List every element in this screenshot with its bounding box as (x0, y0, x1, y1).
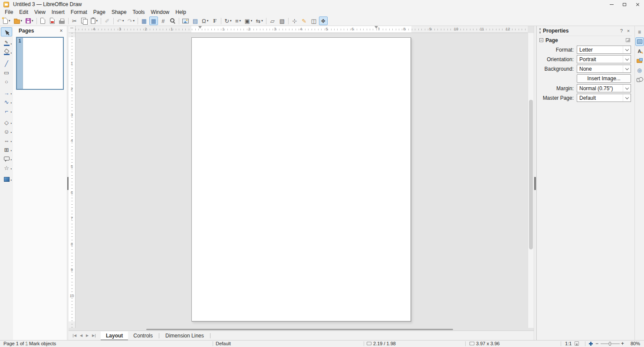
v-ruler[interactable]: 12345678910 (69, 33, 76, 328)
save-button[interactable]: ▾ (24, 16, 35, 25)
zoom-in-button[interactable]: + (621, 340, 624, 347)
open-button[interactable]: ▾ (13, 16, 24, 25)
undo-dropdown-arrow[interactable]: ▾ (122, 19, 124, 23)
page-style[interactable]: Default (216, 340, 231, 347)
align-dropdown-arrow[interactable]: ▾ (240, 19, 241, 23)
properties-close-button[interactable]: × (625, 28, 632, 33)
block-arrows-dropdown-arrow[interactable]: ▾ (10, 140, 12, 143)
ellipse-tool[interactable]: ○ (1, 77, 12, 86)
arrange-button[interactable]: ▣▾ (243, 16, 254, 25)
margin-marker-left[interactable] (198, 26, 202, 29)
sidebar-tab-shapes[interactable] (635, 75, 644, 84)
copy-button[interactable] (80, 16, 89, 25)
first-page-button[interactable]: ◀ (72, 332, 78, 339)
arrange-dropdown-arrow[interactable]: ▾ (251, 19, 253, 23)
callout-dropdown-arrow[interactable]: ▾ (10, 158, 12, 161)
connectors-tool[interactable]: ⌐▾ (1, 107, 12, 116)
maximize-button[interactable] (618, 0, 631, 9)
select-tool[interactable] (1, 27, 12, 36)
sidebar-tab-styles[interactable]: A (635, 47, 644, 56)
special-character-button[interactable]: Ω▾ (200, 16, 210, 25)
insert-line-tool[interactable]: ╱ (1, 59, 12, 68)
sidebar-tab-gallery[interactable] (635, 56, 644, 65)
format-dropdown[interactable]: Letter (577, 46, 631, 54)
flowchart-tool[interactable]: ⊞▾ (1, 145, 12, 154)
menu-edit[interactable]: Edit (16, 9, 31, 16)
menu-insert[interactable]: Insert (49, 9, 68, 16)
line-color-tool[interactable]: ✎ ▾ (1, 39, 12, 48)
more-options-icon[interactable] (626, 38, 630, 42)
new-dropdown-arrow[interactable]: ▾ (9, 19, 10, 23)
splitter-grip[interactable] (534, 177, 536, 190)
zoom-out-button[interactable]: − (595, 340, 598, 347)
crop-button[interactable]: ▧ (278, 16, 286, 25)
symbol-shapes-dropdown-arrow[interactable]: ▾ (10, 131, 12, 134)
toggle-extrusion-button[interactable]: ◫ (309, 16, 318, 25)
menu-window[interactable]: Window (148, 9, 173, 16)
menu-view[interactable]: View (31, 9, 49, 16)
sidebar-splitter[interactable] (534, 26, 536, 340)
close-button[interactable] (631, 0, 644, 9)
page-thumbnail-selected[interactable]: 1 (16, 37, 64, 90)
paste-dropdown-arrow[interactable]: ▾ (96, 19, 98, 23)
menu-page[interactable]: Page (90, 9, 108, 16)
collapse-section-icon[interactable] (539, 38, 543, 42)
tab-controls[interactable]: Controls (128, 331, 158, 340)
curves-polygons-tool[interactable]: ∿▾ (1, 98, 12, 107)
properties-help-button[interactable]: ? (618, 28, 625, 33)
curves-dropdown-arrow[interactable]: ▾ (10, 101, 12, 104)
previous-page-button[interactable]: ◀ (78, 332, 84, 339)
vertical-scrollbar[interactable] (528, 33, 534, 328)
vertical-scrollbar-thumb[interactable] (529, 100, 533, 249)
sidebar-tab-properties[interactable] (635, 37, 644, 46)
scale-indicator[interactable]: 1:1 (565, 340, 572, 347)
insert-image-panel-button[interactable]: Insert Image... (577, 74, 631, 83)
3d-objects-dropdown-arrow[interactable]: ▾ (10, 179, 12, 181)
flowchart-dropdown-arrow[interactable]: ▾ (10, 149, 12, 152)
fit-page-button[interactable] (589, 340, 593, 347)
menu-tools[interactable]: Tools (130, 9, 148, 16)
zoom-button[interactable] (168, 16, 177, 25)
symbol-shapes-tool[interactable]: ☺▾ (1, 127, 12, 136)
transformations-button[interactable]: ↻▾ (223, 16, 233, 25)
lines-and-arrows-tool[interactable]: →▾ (1, 88, 12, 98)
show-draw-functions-button[interactable]: ❖ (319, 16, 328, 25)
canvas-viewport[interactable] (76, 33, 528, 328)
cut-button[interactable]: ✂ (70, 16, 79, 25)
insert-image-button[interactable] (181, 16, 190, 25)
special-character-dropdown-arrow[interactable]: ▾ (207, 19, 209, 23)
export-pdf-button[interactable] (48, 16, 57, 25)
drawing-page[interactable] (191, 37, 411, 321)
page-indicator[interactable]: Page 1 of 1 (3, 340, 28, 347)
undo-button[interactable]: ↶▾ (115, 16, 125, 25)
lines-arrows-dropdown-arrow[interactable]: ▾ (10, 92, 12, 95)
snap-to-grid-button[interactable]: ▦ (149, 16, 158, 25)
master-page-dropdown[interactable]: Default (577, 94, 631, 102)
callout-shapes-tool[interactable]: ▾ (1, 154, 12, 164)
orientation-dropdown[interactable]: Portrait (577, 55, 631, 63)
background-dropdown[interactable]: None (577, 65, 631, 73)
insert-textbox-button[interactable]: ▤ (191, 16, 200, 25)
distribute-button[interactable]: ⇆▾ (254, 16, 264, 25)
connectors-dropdown-arrow[interactable]: ▾ (10, 111, 12, 113)
h-ruler[interactable]: 4321123456789101112 (76, 26, 528, 33)
helplines-button[interactable]: # (159, 16, 168, 25)
fill-color-tool[interactable]: ▾ (1, 48, 12, 57)
tab-layout[interactable]: Layout (101, 331, 128, 340)
paste-button[interactable]: ▾ (89, 16, 99, 25)
sidebar-tab-navigator[interactable]: ◎ (635, 66, 644, 75)
fontwork-button[interactable]: F (210, 16, 219, 25)
clone-formatting-button[interactable]: ✐ (103, 16, 112, 25)
stars-banners-tool[interactable]: ☆▾ (1, 164, 12, 173)
minimize-button[interactable] (605, 0, 618, 9)
zoom-percentage[interactable]: 80% (631, 340, 640, 347)
dropdown-chevron-zone[interactable] (623, 94, 631, 101)
gluepoints-button[interactable]: ✎ (300, 16, 309, 25)
export-button[interactable] (39, 16, 47, 25)
block-arrows-tool[interactable]: ⇔▾ (1, 136, 12, 145)
menu-shape[interactable]: Shape (108, 9, 130, 16)
menu-format[interactable]: Format (68, 9, 90, 16)
line-color-dropdown-arrow[interactable]: ▾ (10, 43, 12, 45)
menu-help[interactable]: Help (172, 9, 189, 16)
new-document-button[interactable]: ▾ (2, 16, 12, 25)
